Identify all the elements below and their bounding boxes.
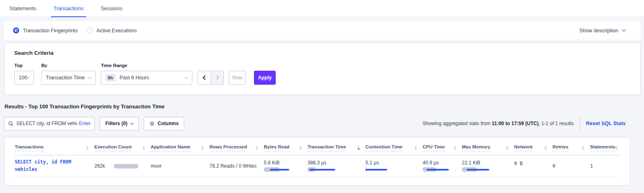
column-header-application-name[interactable]: Application Name <box>151 137 209 155</box>
time-range-select[interactable]: 6h Past 6 Hours <box>101 71 192 85</box>
tab-statements[interactable]: Statements <box>9 0 36 17</box>
cell-contention-time: 5.1 µs <box>365 155 423 177</box>
vertical-divider <box>580 117 580 130</box>
network-value: 0 B <box>514 161 523 166</box>
stat-bar <box>462 167 514 172</box>
page-body: Transaction Fingerprints Active Executio… <box>0 17 644 186</box>
cell-network: 0 B <box>514 155 553 177</box>
top-select[interactable]: 100 <box>14 71 34 85</box>
cell-bytes-read: 5.8 KiB <box>264 155 308 177</box>
column-header-network[interactable]: Network <box>514 137 553 155</box>
column-label: Max Memory <box>462 144 490 151</box>
sort-arrows-icon[interactable] <box>143 146 145 150</box>
sort-arrows-icon[interactable] <box>414 146 417 150</box>
search-criteria-title: Search Criteria <box>14 50 631 56</box>
cell-rows-processed: 78.2 Reads / 0 Writes <box>209 155 264 177</box>
sort-arrows-icon[interactable] <box>506 146 508 150</box>
rows-processed-value: 78.2 Reads / 0 Writes <box>209 163 256 169</box>
column-header-contention-time[interactable]: Contention Time <box>365 137 423 155</box>
show-description-toggle[interactable]: Show description <box>579 28 625 34</box>
column-header-rows-processed[interactable]: Rows Processed <box>209 137 264 155</box>
cell-statements: 1 <box>590 155 619 177</box>
column-header-cpu-time[interactable]: CPU Time <box>423 137 462 155</box>
column-header-bytes-read[interactable]: Bytes Read <box>264 137 308 155</box>
cell-retries: 0 <box>553 155 590 177</box>
sort-arrows-icon[interactable] <box>256 146 258 150</box>
by-select[interactable]: Transaction Time <box>41 71 96 85</box>
column-label: Retries <box>553 144 568 151</box>
by-field-label: By <box>41 63 96 68</box>
columns-button[interactable]: Columns <box>144 117 184 130</box>
next-time-range-button[interactable] <box>211 71 223 84</box>
sort-arrows-icon[interactable] <box>299 146 302 150</box>
column-header-max-memory[interactable]: Max Memory <box>462 137 514 155</box>
filters-button[interactable]: Filters (0) <box>100 117 139 130</box>
stat-bar <box>423 167 462 172</box>
column-label: Statements <box>590 144 615 151</box>
by-field: By Transaction Time <box>41 63 96 85</box>
sort-arrows-icon[interactable] <box>582 146 584 150</box>
column-header-execution-count[interactable]: Execution Count <box>94 137 151 155</box>
tab-sessions[interactable]: Sessions <box>101 0 123 17</box>
results-controls-row: Enter Filters (0) Columns <box>4 117 641 130</box>
time-range-nav-group <box>198 71 224 85</box>
stat-bar <box>264 167 308 172</box>
table-row: SELECT city, id FROM vehicles262kmovr78.… <box>15 155 619 177</box>
radio-active-executions[interactable]: Active Executions <box>87 27 137 34</box>
radio-label: Active Executions <box>96 28 137 34</box>
chevron-down-icon <box>88 75 92 79</box>
time-range-label: Time Range <box>101 63 192 68</box>
search-input[interactable] <box>16 121 77 126</box>
max-memory-value: 22.1 KiB <box>462 160 514 166</box>
execution-count-value: 262k <box>94 163 105 169</box>
sort-arrows-icon[interactable] <box>201 146 204 150</box>
top-tab-bar: Statements Transactions Sessions <box>0 0 644 17</box>
column-header-transaction-time[interactable]: Transaction Time <box>308 137 365 155</box>
now-button[interactable]: Now <box>229 71 246 85</box>
sort-arrows-icon[interactable] <box>86 146 89 150</box>
chevron-left-icon <box>203 75 207 80</box>
cell-application-name: movr <box>151 155 209 177</box>
show-description-label: Show description <box>579 28 618 34</box>
transactions-table: TransactionsExecution CountApplication N… <box>15 137 619 177</box>
column-header-transactions[interactable]: Transactions <box>15 137 94 155</box>
cell-transaction: SELECT city, id FROM vehicles <box>15 155 94 177</box>
top-field: Top 100 <box>14 63 34 85</box>
top-field-label: Top <box>14 63 34 68</box>
column-header-statements[interactable]: Statements <box>590 137 619 155</box>
sort-arrows-icon[interactable] <box>615 146 618 150</box>
gear-icon <box>149 121 155 126</box>
previous-time-range-button[interactable] <box>198 71 211 84</box>
apply-button[interactable]: Apply <box>254 71 276 85</box>
aggregated-stats-text: Showing aggregated stats from 11:00 to 1… <box>423 121 574 126</box>
time-range-badge: 6h <box>105 74 116 81</box>
sort-arrows-icon[interactable] <box>454 146 456 150</box>
reset-sql-stats-link[interactable]: Reset SQL Stats <box>586 121 626 126</box>
column-label: Bytes Read <box>264 144 290 151</box>
results-title: Results - Top 100 Transaction Fingerprin… <box>4 103 641 110</box>
results-table-card: TransactionsExecution CountApplication N… <box>4 137 630 186</box>
chevron-down-icon <box>622 28 626 32</box>
top-select-value: 100 <box>19 75 27 81</box>
radio-transaction-fingerprints[interactable]: Transaction Fingerprints <box>13 27 78 34</box>
contention-time-value: 5.1 µs <box>365 160 423 166</box>
column-header-retries[interactable]: Retries <box>553 137 590 155</box>
cpu-time-value: 40.9 µs <box>423 160 462 166</box>
column-label: Transaction Time <box>308 144 346 151</box>
cell-max-memory: 22.1 KiB <box>462 155 514 177</box>
chevron-right-icon <box>214 75 219 80</box>
column-label: CPU Time <box>423 144 445 151</box>
tab-transactions[interactable]: Transactions <box>53 0 84 17</box>
column-label: Execution Count <box>94 144 131 151</box>
transaction-fingerprint-link[interactable]: SELECT city, id FROM vehicles <box>15 159 71 172</box>
search-icon <box>8 121 13 126</box>
table-header-row: TransactionsExecution CountApplication N… <box>15 137 619 155</box>
radio-label: Transaction Fingerprints <box>23 28 78 34</box>
search-box: Enter <box>4 117 95 130</box>
search-enter-button[interactable]: Enter <box>79 121 91 126</box>
time-range-value: Past 6 Hours <box>120 75 149 81</box>
sort-arrows-icon[interactable] <box>544 146 547 150</box>
cell-execution-count: 262k <box>94 155 151 177</box>
retries-value: 0 <box>553 163 555 169</box>
sort-arrows-icon[interactable] <box>357 146 360 150</box>
